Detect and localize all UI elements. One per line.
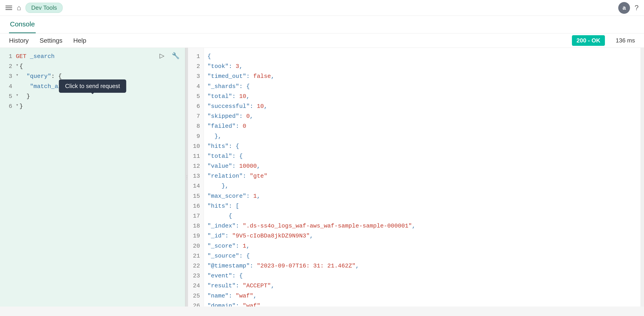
response-line-8: "failed": 0 <box>208 121 637 131</box>
nav-bar: History Settings Help 200 - OK 136 ms <box>0 33 644 48</box>
top-bar: ⌂ Dev Tools a ? <box>0 0 644 16</box>
response-line-18: "_index": ".ds-ss4o_logs_waf-aws_waf-sam… <box>208 221 637 231</box>
response-line-4: "_shards": { <box>208 81 637 91</box>
response-line-15: "max_score": 1, <box>208 191 637 201</box>
top-bar-left: ⌂ Dev Tools <box>6 3 62 13</box>
response-line-numbers: 1234567891011121314151617181920212223242… <box>188 48 204 307</box>
code-line-2: ▾{ <box>16 61 182 71</box>
status-ok-badge: 200 - OK <box>572 35 605 46</box>
fold-arrow-3[interactable]: ▾ <box>16 71 18 79</box>
status-time: 136 ms <box>616 37 635 44</box>
response-line-13: "relation": "gte" <box>208 171 637 181</box>
response-line-21: "_source": { <box>208 251 637 261</box>
right-scrollbar[interactable] <box>640 48 644 307</box>
editor-toolbar: ▷ 🔧 <box>157 50 180 60</box>
tooltip-wrapper: Click to send request <box>59 79 126 93</box>
response-line-2: "took": 3, <box>208 61 637 71</box>
wrench-icon[interactable]: 🔧 <box>170 50 180 60</box>
response-line-19: "_id": "9V5-cIoBDa8jkDZ9N9N3", <box>208 231 637 241</box>
console-section: Console <box>0 16 644 33</box>
panel-divider[interactable]: ⋮ <box>185 48 188 307</box>
response-line-3: "timed_out": false, <box>208 71 637 81</box>
response-line-12: "value": 10000, <box>208 161 637 171</box>
run-button[interactable]: ▷ <box>157 50 167 60</box>
response-line-9: }, <box>208 131 637 141</box>
response-line-16: "hits": [ <box>208 201 637 211</box>
editor-panel: Click to send request ▷ 🔧 1 2 3 4 5 6 GE… <box>0 48 185 307</box>
home-icon[interactable]: ⌂ <box>17 3 21 12</box>
response-panel: 1234567891011121314151617181920212223242… <box>188 48 644 307</box>
help-icon[interactable]: ? <box>634 3 638 12</box>
response-line-23: "event": { <box>208 271 637 281</box>
response-line-5: "total": 10, <box>208 91 637 101</box>
response-line-22: "@timestamp": "2023-09-07T16: 31: 21.462… <box>208 261 637 271</box>
response-line-10: "hits": { <box>208 141 637 151</box>
response-line-25: "name": "waf", <box>208 291 637 301</box>
nav-history[interactable]: History <box>9 37 29 44</box>
response-line-1: { <box>208 51 637 61</box>
fold-arrow-6[interactable]: ▾ <box>16 101 18 109</box>
response-line-6: "successful": 10, <box>208 101 637 111</box>
response-line-11: "total": { <box>208 151 637 161</box>
fold-arrow-2[interactable]: ▾ <box>16 61 18 69</box>
hamburger-menu-icon[interactable] <box>6 6 12 10</box>
tooltip-box: Click to send request <box>59 79 126 93</box>
avatar[interactable]: a <box>618 2 630 14</box>
response-line-20: "_score": 1, <box>208 241 637 251</box>
dev-tools-tab[interactable]: Dev Tools <box>26 3 62 13</box>
fold-arrow-5[interactable]: ▾ <box>16 91 18 99</box>
editor-line-numbers: 1 2 3 4 5 6 <box>0 48 16 307</box>
code-line-1: GET _search <box>16 51 182 61</box>
console-tab[interactable]: Console <box>9 16 36 33</box>
response-line-24: "result": "ACCEPT", <box>208 281 637 291</box>
nav-help[interactable]: Help <box>73 37 86 44</box>
response-line-14: }, <box>208 181 637 191</box>
code-line-5: ▾ } <box>16 91 182 101</box>
response-line-26: "domain": "waf" <box>208 301 637 307</box>
code-line-6: ▾} <box>16 101 182 111</box>
response-code-area[interactable]: { "took": 3, "timed_out": false, "_shard… <box>204 48 640 307</box>
response-line-7: "skipped": 0, <box>208 111 637 121</box>
response-line-17: { <box>208 211 637 221</box>
main-content: Click to send request ▷ 🔧 1 2 3 4 5 6 GE… <box>0 48 644 307</box>
top-bar-right: a ? <box>618 2 638 14</box>
nav-settings[interactable]: Settings <box>40 37 62 44</box>
